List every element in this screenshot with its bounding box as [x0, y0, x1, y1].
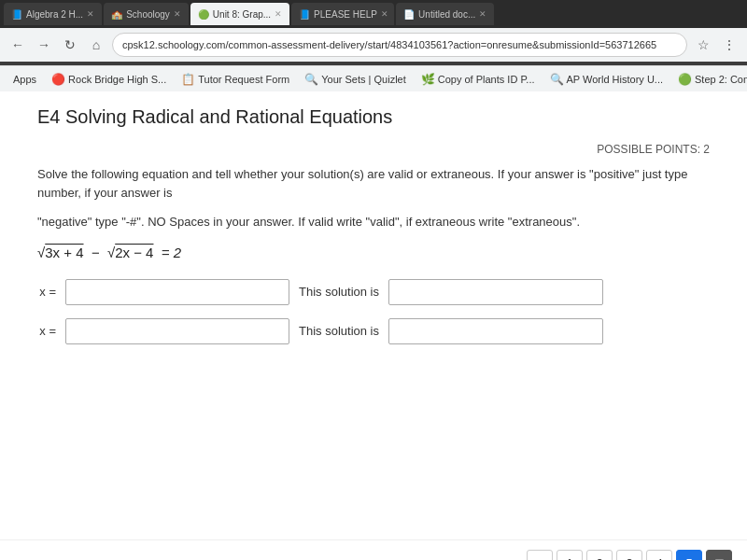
- reload-button[interactable]: ↻: [60, 35, 80, 55]
- page-title: E4 Solving Radical and Rational Equation…: [37, 106, 710, 128]
- solution-input-1[interactable]: [388, 279, 603, 305]
- tab-schoology-close[interactable]: ✕: [174, 9, 181, 19]
- rock-bridge-icon: 🔴: [51, 73, 65, 86]
- possible-points: POSSIBLE POINTS: 2: [37, 143, 710, 156]
- back-button[interactable]: ←: [7, 35, 28, 55]
- tab-algebra-label: Algebra 2 H...: [26, 9, 83, 20]
- solution-label-2: This solution is: [299, 324, 379, 338]
- equation-text: √3x + 4 − √2x − 4 = 2: [37, 245, 181, 260]
- nav-icons: ☆ ⋮: [693, 35, 740, 55]
- home-button[interactable]: ⌂: [86, 35, 106, 55]
- answer-label-1: x =: [37, 285, 56, 299]
- answer-row-1: x = This solution is: [37, 279, 710, 305]
- url-text: cpsk12.schoology.com/common-assessment-d…: [122, 39, 656, 50]
- bookmarks-bar: Apps 🔴 Rock Bridge High S... 📋 Tutor Req…: [0, 65, 747, 91]
- solution-label-1: This solution is: [299, 285, 379, 299]
- instructions-line1: Solve the following equation and tell wh…: [37, 165, 710, 202]
- tab-algebra-icon: 📘: [11, 9, 22, 20]
- menu-button[interactable]: ⋮: [719, 35, 740, 55]
- tab-please-help-label: PLEASE HELP: [314, 9, 377, 20]
- tab-schoology-icon: 🏫: [111, 9, 122, 20]
- plants-icon: 🌿: [421, 73, 435, 86]
- tab-unit8-close[interactable]: ✕: [275, 9, 282, 19]
- bookmark-step2[interactable]: 🟢 Step 2: Complete Pr...: [672, 71, 747, 88]
- tab-untitled-label: Untitled doc...: [418, 9, 475, 20]
- pagination-4[interactable]: 4: [646, 550, 672, 560]
- bookmark-rock-bridge[interactable]: 🔴 Rock Bridge High S...: [46, 71, 172, 88]
- pagination-3[interactable]: 3: [616, 550, 642, 560]
- bookmark-ap-world[interactable]: 🔍 AP World History U...: [544, 71, 669, 88]
- forward-button[interactable]: →: [34, 35, 54, 55]
- bookmark-apps[interactable]: Apps: [7, 72, 42, 87]
- pagination-grid[interactable]: ⊞: [706, 550, 732, 560]
- tab-please-help-icon: 📘: [299, 9, 310, 20]
- pagination-prev[interactable]: ◄: [527, 550, 553, 560]
- answer-row-2: x = This solution is: [37, 318, 710, 344]
- equation: √3x + 4 − √2x − 4 = 2: [37, 245, 710, 260]
- pagination-2[interactable]: 2: [586, 550, 613, 560]
- step2-icon: 🟢: [678, 73, 692, 86]
- quizlet-icon: 🔍: [304, 73, 318, 86]
- tab-untitled-icon: 📄: [403, 9, 415, 20]
- nav-bar: ← → ↻ ⌂ cpsk12.schoology.com/common-asse…: [0, 28, 747, 62]
- address-bar[interactable]: cpsk12.schoology.com/common-assessment-d…: [112, 33, 687, 57]
- instructions-line2: "negative" type "-#". NO Spaces in your …: [37, 213, 710, 231]
- tutor-icon: 📋: [181, 73, 195, 86]
- star-button[interactable]: ☆: [693, 35, 713, 55]
- bookmark-plants[interactable]: 🌿 Copy of Plants ID P...: [416, 71, 541, 88]
- tab-algebra-close[interactable]: ✕: [87, 9, 94, 19]
- tab-please-help-close[interactable]: ✕: [381, 9, 388, 19]
- pagination-bar: ◄ 1 2 3 4 5 ⊞: [0, 539, 747, 560]
- tab-unit8[interactable]: 🟢 Unit 8: Grap... ✕: [190, 3, 289, 25]
- ap-world-icon: 🔍: [550, 73, 564, 86]
- tab-schoology[interactable]: 🏫 Schoology ✕: [104, 3, 189, 25]
- pagination-1[interactable]: 1: [557, 550, 583, 560]
- pagination-5[interactable]: 5: [676, 550, 702, 560]
- answer-label-2: x =: [37, 324, 56, 338]
- bookmark-quizlet[interactable]: 🔍 Your Sets | Quizlet: [299, 71, 412, 88]
- tab-bar: 📘 Algebra 2 H... ✕ 🏫 Schoology ✕ 🟢 Unit …: [0, 0, 747, 28]
- tab-untitled[interactable]: 📄 Untitled doc... ✕: [396, 3, 494, 25]
- tab-unit8-icon: 🟢: [198, 9, 209, 20]
- tab-schoology-label: Schoology: [126, 9, 170, 20]
- bookmark-tutor[interactable]: 📋 Tutor Request Form: [176, 71, 295, 88]
- tab-unit8-label: Unit 8: Grap...: [213, 9, 271, 20]
- tab-please-help[interactable]: 📘 PLEASE HELP ✕: [291, 3, 394, 25]
- page-content: E4 Solving Radical and Rational Equation…: [0, 91, 747, 539]
- tab-untitled-close[interactable]: ✕: [479, 9, 486, 19]
- solution-input-2[interactable]: [388, 318, 603, 344]
- answer-input-1[interactable]: [65, 279, 289, 305]
- tab-algebra[interactable]: 📘 Algebra 2 H... ✕: [4, 3, 102, 25]
- answer-input-2[interactable]: [65, 318, 289, 344]
